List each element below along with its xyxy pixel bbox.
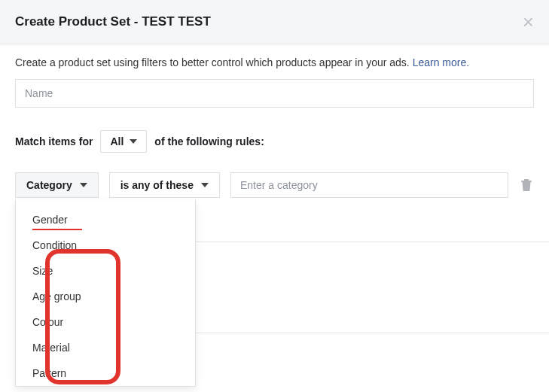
intro-text: Create a product set using filters to be… (15, 56, 534, 68)
match-prefix: Match items for (15, 135, 93, 147)
close-icon[interactable]: × (523, 12, 534, 32)
caret-down-icon (130, 139, 137, 144)
match-scope-selector[interactable]: All (100, 130, 147, 153)
delete-rule-button[interactable] (519, 179, 534, 191)
filter-field-selector[interactable]: Category (15, 172, 99, 198)
dropdown-item-condition[interactable]: Condition (16, 232, 195, 258)
match-suffix: of the following rules: (154, 135, 264, 147)
intro-copy: Create a product set using filters to be… (15, 56, 413, 68)
dropdown-item-age-group[interactable]: Age group (16, 284, 195, 309)
match-row: Match items for All of the following rul… (15, 130, 534, 153)
rule-row: Category is any of these Gender Conditio… (15, 172, 534, 198)
match-scope-label: All (110, 135, 124, 147)
filter-value-input[interactable] (230, 172, 508, 198)
filter-operator-selector[interactable]: is any of these (109, 172, 220, 198)
learn-more-link[interactable]: Learn more. (413, 56, 469, 68)
trash-icon (521, 179, 532, 191)
filter-field-dropdown[interactable]: Gender Condition Size Age group Colour M… (15, 199, 196, 387)
dropdown-item-colour[interactable]: Colour (16, 309, 195, 335)
dropdown-item-material[interactable]: Material (16, 335, 195, 360)
filter-field-label: Category (26, 179, 72, 191)
filter-operator-label: is any of these (120, 179, 194, 191)
dialog-header: Create Product Set - TEST TEST × (0, 0, 549, 44)
dropdown-item-pattern[interactable]: Pattern (16, 360, 195, 386)
dropdown-item-gender[interactable]: Gender (16, 207, 195, 232)
caret-down-icon (80, 183, 87, 187)
dialog-body: Create a product set using filters to be… (0, 44, 549, 345)
dialog-title: Create Product Set - TEST TEST (15, 14, 211, 29)
name-input[interactable] (15, 79, 534, 108)
caret-down-icon (201, 183, 209, 187)
dropdown-item-size[interactable]: Size (16, 258, 195, 284)
